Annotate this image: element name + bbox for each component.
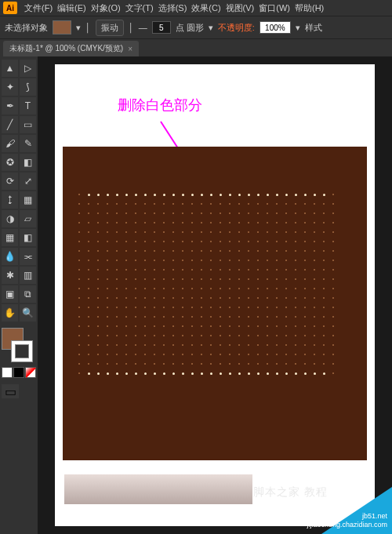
option-bar: 未选择对象 ▾ │ 振动 │ — 点 圆形 ▾ 不透明度: ▾ 样式	[0, 16, 392, 39]
column-graph-tool[interactable]: ▥	[20, 267, 36, 284]
menu-help[interactable]: 帮助(H)	[292, 2, 326, 14]
scale-tool[interactable]: ⤢	[20, 173, 36, 190]
mesh-tool[interactable]: ▦	[2, 229, 18, 246]
corner-line2: jijiaocheng.chazidian.com	[307, 521, 387, 529]
artboard: 删除白色部分 脚本之家 教程	[55, 64, 375, 526]
menu-object[interactable]: 对象(O)	[89, 2, 123, 14]
screen-mode-button[interactable]: ▭	[2, 384, 19, 398]
opacity-input[interactable]	[260, 21, 291, 34]
line-tool[interactable]: ╱	[2, 116, 18, 133]
watermark-center: 脚本之家 教程	[253, 485, 328, 499]
eyedropper-tool[interactable]: 💧	[2, 248, 18, 265]
document-tab[interactable]: 未标题-1* @ 100% (CMYK/预览) ×	[3, 41, 139, 56]
menu-view[interactable]: 视图(V)	[223, 2, 257, 14]
tab-title: 未标题-1* @ 100% (CMYK/预览)	[9, 43, 123, 54]
menu-select[interactable]: 选择(S)	[156, 2, 190, 14]
main-area: ▲▷ ✦⟆ ✒T ╱▭ 🖌✎ ✪◧ ⟳⤢ ⭥▦ ◑▱ ▦◧ 💧⫘ ✱▥ ▣⧉ ✋…	[0, 56, 392, 534]
canvas-area[interactable]: 删除白色部分 脚本之家 教程 jb51.net jijiaocheng.chaz…	[38, 56, 392, 534]
color-mode-row	[2, 367, 36, 378]
menu-window[interactable]: 窗口(W)	[256, 2, 292, 14]
stroke-weight-input[interactable]	[152, 21, 171, 34]
annotation-text: 删除白色部分	[118, 96, 202, 114]
lasso-tool[interactable]: ⟆	[20, 78, 36, 96]
corner-line1: jb51.net	[307, 512, 387, 521]
stroke-label: 点 圆形	[176, 22, 204, 34]
artboard-tool[interactable]: ▣	[2, 285, 18, 303]
stroke-dropdown-icon[interactable]: ▾	[76, 23, 81, 33]
shape-builder-tool[interactable]: ◑	[2, 210, 18, 227]
color-mode-none[interactable]	[25, 367, 36, 378]
color-mode-gradient[interactable]	[13, 367, 24, 378]
paintbrush-tool[interactable]: 🖌	[2, 135, 18, 152]
symbol-sprayer-tool[interactable]: ✱	[2, 267, 18, 284]
slice-tool[interactable]: ⧉	[20, 285, 36, 303]
transform-button[interactable]: 振动	[96, 20, 124, 36]
style-label: 样式	[305, 22, 322, 34]
menu-effect[interactable]: 效果(C)	[189, 2, 223, 14]
stroke-color-swatch[interactable]	[11, 340, 33, 362]
pen-tool[interactable]: ✒	[2, 97, 18, 114]
divider: │	[85, 23, 91, 32]
close-icon[interactable]: ×	[128, 45, 132, 53]
zoom-tool[interactable]: 🔍	[20, 304, 36, 321]
selection-status: 未选择对象	[5, 22, 48, 34]
type-tool[interactable]: T	[20, 97, 36, 114]
menubar: Ai 文件(F) 编辑(E) 对象(O) 文字(T) 选择(S) 效果(C) 视…	[0, 0, 392, 16]
toolbox: ▲▷ ✦⟆ ✒T ╱▭ 🖌✎ ✪◧ ⟳⤢ ⭥▦ ◑▱ ▦◧ 💧⫘ ✱▥ ▣⧉ ✋…	[0, 56, 38, 534]
magic-wand-tool[interactable]: ✦	[2, 78, 18, 96]
rotate-tool[interactable]: ⟳	[2, 173, 18, 190]
gradient-tool[interactable]: ◧	[20, 229, 36, 246]
menu-edit[interactable]: 编辑(E)	[55, 2, 89, 14]
fill-swatch[interactable]	[53, 20, 71, 35]
free-transform-tool[interactable]: ▦	[20, 191, 36, 209]
corner-text: jb51.net jijiaocheng.chazidian.com	[307, 512, 387, 529]
line-icon: —	[139, 23, 147, 32]
document-tabbar: 未标题-1* @ 100% (CMYK/预览) ×	[0, 39, 392, 56]
dropdown-icon[interactable]: ▾	[296, 23, 300, 33]
blob-brush-tool[interactable]: ✪	[2, 154, 18, 171]
ai-logo-icon: Ai	[3, 2, 17, 14]
eraser-tool[interactable]: ◧	[20, 154, 36, 171]
rectangle-tool[interactable]: ▭	[20, 116, 36, 133]
artwork-canvas	[63, 147, 367, 460]
dropdown-icon[interactable]: ▾	[209, 23, 213, 33]
menu-file[interactable]: 文件(F)	[22, 2, 55, 14]
selection-tool[interactable]: ▲	[2, 60, 18, 77]
width-tool[interactable]: ⭥	[2, 191, 18, 209]
menu-type[interactable]: 文字(T)	[123, 2, 156, 14]
dots-pattern	[78, 194, 351, 429]
color-mode-color[interactable]	[2, 367, 13, 378]
perspective-tool[interactable]: ▱	[20, 210, 36, 227]
direct-selection-tool[interactable]: ▷	[20, 60, 36, 77]
divider: │	[129, 23, 134, 32]
blend-tool[interactable]: ⫘	[20, 248, 36, 265]
pencil-tool[interactable]: ✎	[20, 135, 36, 152]
opacity-label: 不透明度:	[218, 22, 255, 34]
color-swatches[interactable]	[2, 328, 36, 362]
hand-tool[interactable]: ✋	[2, 304, 18, 321]
gradient-bar	[64, 474, 252, 504]
